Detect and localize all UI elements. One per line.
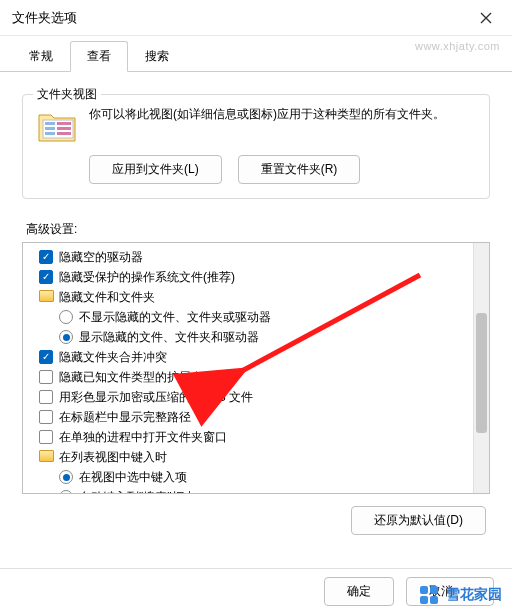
setting-label: 隐藏受保护的操作系统文件(推荐) — [59, 267, 235, 287]
checkbox-icon[interactable]: ✓ — [39, 350, 53, 364]
setting-row-8[interactable]: 在标题栏中显示完整路径 — [29, 407, 473, 427]
setting-label: 隐藏空的驱动器 — [59, 247, 143, 267]
svg-rect-9 — [430, 586, 438, 594]
svg-rect-10 — [420, 596, 428, 604]
setting-label: 显示隐藏的文件、文件夹和驱动器 — [79, 327, 259, 347]
svg-rect-5 — [57, 127, 71, 130]
setting-row-3[interactable]: 不显示隐藏的文件、文件夹或驱动器 — [29, 307, 473, 327]
scrollbar-thumb[interactable] — [476, 313, 487, 433]
snowflake-icon — [418, 584, 440, 606]
setting-row-5[interactable]: ✓隐藏文件夹合并冲突 — [29, 347, 473, 367]
radio-icon[interactable] — [59, 310, 73, 324]
setting-row-6[interactable]: 隐藏已知文件类型的扩展名 — [29, 367, 473, 387]
svg-rect-2 — [45, 127, 55, 130]
tab-search[interactable]: 搜索 — [128, 41, 186, 72]
watermark-text: 雪花家园 — [446, 586, 502, 604]
setting-row-10[interactable]: 在列表视图中键入时 — [29, 447, 473, 467]
checkbox-icon[interactable] — [39, 390, 53, 404]
setting-label: 不显示隐藏的文件、文件夹或驱动器 — [79, 307, 271, 327]
tab-content: 文件夹视图 你可以将此视图(如详细信息或图标)应用于这种类型的所有文件夹。 应用… — [0, 72, 512, 535]
setting-label: 隐藏文件夹合并冲突 — [59, 347, 167, 367]
svg-rect-11 — [430, 596, 438, 604]
setting-row-7[interactable]: 用彩色显示加密或压缩的 NTFS 文件 — [29, 387, 473, 407]
setting-label: 隐藏文件和文件夹 — [59, 287, 155, 307]
advanced-label: 高级设置: — [26, 221, 490, 238]
title-bar: 文件夹选项 — [0, 0, 512, 36]
svg-rect-6 — [57, 132, 71, 135]
folder-icon — [39, 450, 54, 462]
close-button[interactable] — [472, 4, 500, 32]
setting-row-1[interactable]: ✓隐藏受保护的操作系统文件(推荐) — [29, 267, 473, 287]
advanced-settings-box: ✓隐藏空的驱动器✓隐藏受保护的操作系统文件(推荐)隐藏文件和文件夹不显示隐藏的文… — [22, 242, 490, 494]
setting-row-4[interactable]: 显示隐藏的文件、文件夹和驱动器 — [29, 327, 473, 347]
tab-view[interactable]: 查看 — [70, 41, 128, 72]
folder-icon — [39, 290, 54, 302]
scrollbar[interactable] — [473, 243, 489, 493]
setting-label: 在列表视图中键入时 — [59, 447, 167, 467]
setting-row-2[interactable]: 隐藏文件和文件夹 — [29, 287, 473, 307]
setting-label: 在单独的进程中打开文件夹窗口 — [59, 427, 227, 447]
setting-label: 用彩色显示加密或压缩的 NTFS 文件 — [59, 387, 253, 407]
ok-button[interactable]: 确定 — [324, 577, 394, 606]
svg-rect-1 — [45, 122, 55, 125]
svg-rect-8 — [420, 586, 428, 594]
setting-row-11[interactable]: 在视图中选中键入项 — [29, 467, 473, 487]
checkbox-icon[interactable] — [39, 370, 53, 384]
folder-icon — [37, 109, 77, 145]
setting-label: 自动键入到"搜索"框中 — [79, 487, 196, 493]
radio-icon[interactable] — [59, 470, 73, 484]
setting-row-9[interactable]: 在单独的进程中打开文件夹窗口 — [29, 427, 473, 447]
close-icon — [480, 12, 492, 24]
setting-label: 隐藏已知文件类型的扩展名 — [59, 367, 203, 387]
watermark: 雪花家园 — [418, 584, 502, 606]
tab-general[interactable]: 常规 — [12, 41, 70, 72]
radio-icon[interactable] — [59, 330, 73, 344]
radio-icon[interactable] — [59, 490, 73, 493]
window-title: 文件夹选项 — [12, 9, 472, 27]
folder-views-desc: 你可以将此视图(如详细信息或图标)应用于这种类型的所有文件夹。 — [89, 105, 445, 123]
restore-defaults-button[interactable]: 还原为默认值(D) — [351, 506, 486, 535]
checkbox-icon[interactable]: ✓ — [39, 250, 53, 264]
reset-folders-button[interactable]: 重置文件夹(R) — [238, 155, 361, 184]
svg-rect-3 — [45, 132, 55, 135]
watermark-url: www.xhjaty.com — [415, 40, 500, 52]
checkbox-icon[interactable] — [39, 430, 53, 444]
setting-row-12[interactable]: 自动键入到"搜索"框中 — [29, 487, 473, 493]
setting-label: 在视图中选中键入项 — [79, 467, 187, 487]
folder-views-title: 文件夹视图 — [33, 86, 101, 103]
folder-views-group: 文件夹视图 你可以将此视图(如详细信息或图标)应用于这种类型的所有文件夹。 应用… — [22, 94, 490, 199]
svg-rect-4 — [57, 122, 71, 125]
setting-row-0[interactable]: ✓隐藏空的驱动器 — [29, 247, 473, 267]
setting-label: 在标题栏中显示完整路径 — [59, 407, 191, 427]
advanced-settings-tree[interactable]: ✓隐藏空的驱动器✓隐藏受保护的操作系统文件(推荐)隐藏文件和文件夹不显示隐藏的文… — [23, 243, 473, 493]
checkbox-icon[interactable] — [39, 410, 53, 424]
apply-to-folders-button[interactable]: 应用到文件夹(L) — [89, 155, 222, 184]
checkbox-icon[interactable]: ✓ — [39, 270, 53, 284]
